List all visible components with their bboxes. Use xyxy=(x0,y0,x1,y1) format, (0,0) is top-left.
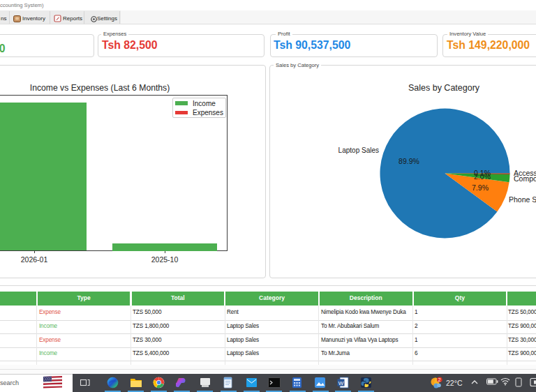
svg-text:2: 2 xyxy=(438,377,441,382)
svg-text:W: W xyxy=(338,380,344,386)
